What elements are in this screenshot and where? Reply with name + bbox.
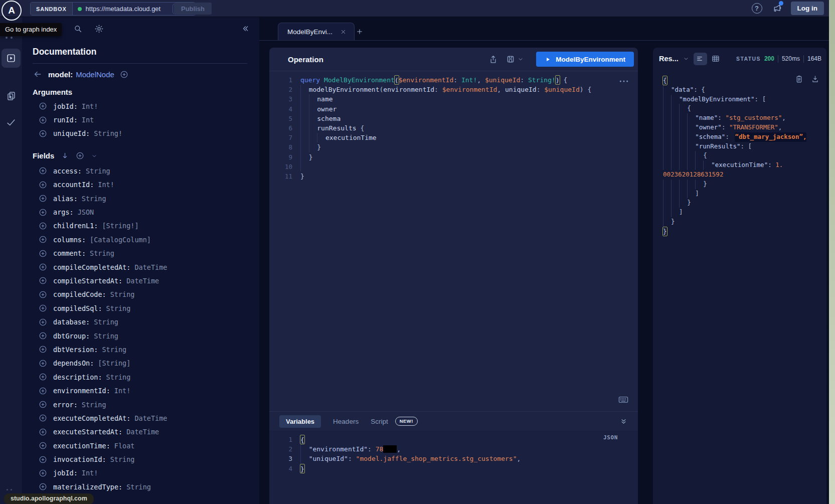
back-arrow-icon[interactable] bbox=[33, 69, 43, 79]
field-type[interactable]: Float bbox=[114, 442, 135, 450]
add-field-icon[interactable] bbox=[39, 249, 47, 258]
field-type[interactable]: String bbox=[94, 318, 118, 326]
add-field-icon[interactable] bbox=[39, 387, 47, 395]
operation-editor[interactable]: 1query ModelByEnvironment($environmentId… bbox=[269, 71, 638, 411]
add-field-icon[interactable] bbox=[39, 304, 47, 312]
field-type[interactable]: String bbox=[106, 304, 131, 312]
add-field-icon[interactable] bbox=[39, 414, 47, 422]
add-field-icon[interactable] bbox=[39, 276, 47, 285]
field-name[interactable]: compiledCode: bbox=[53, 290, 106, 298]
field-name[interactable]: database: bbox=[53, 318, 90, 326]
chevron-down-icon[interactable] bbox=[91, 152, 98, 159]
tab-headers[interactable]: Headers bbox=[333, 418, 359, 425]
field-type[interactable]: String bbox=[82, 401, 106, 409]
field-type[interactable]: String bbox=[110, 290, 135, 298]
add-field-icon[interactable] bbox=[39, 116, 47, 124]
add-field-icon[interactable] bbox=[39, 166, 47, 175]
field-type[interactable]: JSON bbox=[78, 208, 94, 216]
add-field-icon[interactable] bbox=[39, 359, 47, 368]
tab-modelbyenvironment[interactable]: ModelByEnvi... bbox=[278, 23, 355, 40]
field-name[interactable]: error: bbox=[53, 401, 78, 409]
add-field-icon[interactable] bbox=[39, 345, 47, 354]
variables-editor[interactable]: JSON 1{2"environmentId": 78,3"uniqueId":… bbox=[269, 431, 638, 504]
add-field-icon[interactable] bbox=[39, 373, 47, 381]
login-button[interactable]: Log in bbox=[791, 2, 824, 15]
table-view-icon[interactable] bbox=[711, 54, 720, 63]
field-type[interactable]: String bbox=[86, 167, 110, 175]
announcements-button[interactable] bbox=[771, 3, 782, 14]
add-field-icon[interactable] bbox=[39, 331, 47, 340]
field-name[interactable]: accountId: bbox=[53, 181, 94, 189]
field-name[interactable]: invocationId: bbox=[53, 455, 106, 463]
field-name[interactable]: dbtVersion: bbox=[53, 346, 98, 354]
publish-button[interactable]: Publish bbox=[174, 3, 212, 15]
search-icon[interactable] bbox=[73, 24, 83, 34]
field-type[interactable]: String bbox=[126, 483, 151, 491]
field-name[interactable]: jobId: bbox=[53, 469, 78, 477]
field-type[interactable]: [CatalogColumn] bbox=[90, 236, 151, 244]
field-name[interactable]: environmentId: bbox=[53, 387, 110, 395]
field-type[interactable]: Int! bbox=[98, 181, 114, 189]
editor-menu-icon[interactable] bbox=[619, 79, 629, 83]
field-name[interactable]: runId: bbox=[53, 116, 78, 124]
add-field-icon[interactable] bbox=[39, 400, 47, 409]
add-field-icon[interactable] bbox=[39, 482, 47, 491]
keyboard-shortcuts-icon[interactable] bbox=[618, 395, 629, 404]
new-tab-icon[interactable] bbox=[356, 28, 364, 36]
field-type[interactable]: DateTime bbox=[126, 277, 159, 285]
breadcrumb-type[interactable]: ModelNode bbox=[76, 70, 114, 79]
add-field-icon[interactable] bbox=[39, 455, 47, 464]
field-name[interactable]: executionTime: bbox=[53, 442, 110, 450]
add-field-icon[interactable] bbox=[39, 441, 47, 450]
sidebar-item-checklist[interactable] bbox=[0, 117, 22, 128]
field-name[interactable]: description: bbox=[53, 373, 102, 381]
copy-response-icon[interactable] bbox=[795, 75, 803, 83]
add-field-icon[interactable] bbox=[39, 469, 47, 477]
collapse-panel-icon[interactable] bbox=[240, 24, 250, 34]
add-field-icon[interactable] bbox=[39, 129, 47, 138]
add-field-icon[interactable] bbox=[39, 290, 47, 299]
response-view-json-button[interactable] bbox=[694, 53, 707, 65]
endpoint-url-text[interactable]: https://metadata.cloud.get bbox=[86, 5, 169, 13]
graph-index-icon[interactable] bbox=[6, 37, 13, 39]
field-name[interactable]: args: bbox=[53, 208, 74, 216]
add-all-fields-icon[interactable] bbox=[76, 151, 84, 160]
field-name[interactable]: dependsOn: bbox=[53, 359, 94, 367]
add-field-icon[interactable] bbox=[39, 263, 47, 271]
response-dropdown-icon[interactable] bbox=[683, 55, 690, 62]
download-response-icon[interactable] bbox=[811, 75, 819, 83]
run-operation-button[interactable]: ModelByEnvironment bbox=[536, 52, 634, 67]
sort-fields-icon[interactable] bbox=[61, 151, 69, 160]
settings-gear-icon[interactable] bbox=[94, 24, 104, 34]
field-name[interactable]: columns: bbox=[53, 236, 86, 244]
field-type[interactable]: DateTime bbox=[134, 263, 167, 271]
field-name[interactable]: access: bbox=[53, 167, 82, 175]
sidebar-item-explorer[interactable] bbox=[2, 49, 21, 68]
field-type[interactable]: String bbox=[106, 373, 131, 381]
add-type-icon[interactable] bbox=[120, 70, 128, 79]
add-field-icon[interactable] bbox=[39, 194, 47, 203]
add-field-icon[interactable] bbox=[39, 181, 47, 189]
field-name[interactable]: compiledSql: bbox=[53, 304, 102, 312]
field-type[interactable]: String! bbox=[94, 129, 122, 137]
close-tab-icon[interactable] bbox=[340, 28, 347, 36]
field-type[interactable]: [String!] bbox=[102, 222, 138, 230]
field-name[interactable]: compileStartedAt: bbox=[53, 277, 122, 285]
field-type[interactable]: Int! bbox=[82, 102, 98, 110]
add-field-icon[interactable] bbox=[39, 222, 47, 230]
sidebar-item-schema[interactable] bbox=[0, 91, 22, 101]
field-type[interactable]: DateTime bbox=[134, 414, 167, 422]
field-name[interactable]: executeCompletedAt: bbox=[53, 414, 130, 422]
tab-script[interactable]: Script bbox=[371, 418, 388, 425]
field-name[interactable]: alias: bbox=[53, 195, 78, 203]
field-type[interactable]: Int! bbox=[114, 387, 131, 395]
field-name[interactable]: jobId: bbox=[53, 102, 78, 110]
field-type[interactable]: String bbox=[90, 249, 114, 257]
field-name[interactable]: executeStartedAt: bbox=[53, 428, 122, 436]
add-field-icon[interactable] bbox=[39, 318, 47, 326]
field-name[interactable]: comment: bbox=[53, 249, 86, 257]
add-field-icon[interactable] bbox=[39, 208, 47, 217]
field-type[interactable]: DateTime bbox=[126, 428, 159, 436]
field-name[interactable]: childrenL1: bbox=[53, 222, 98, 230]
share-icon[interactable] bbox=[488, 55, 498, 64]
